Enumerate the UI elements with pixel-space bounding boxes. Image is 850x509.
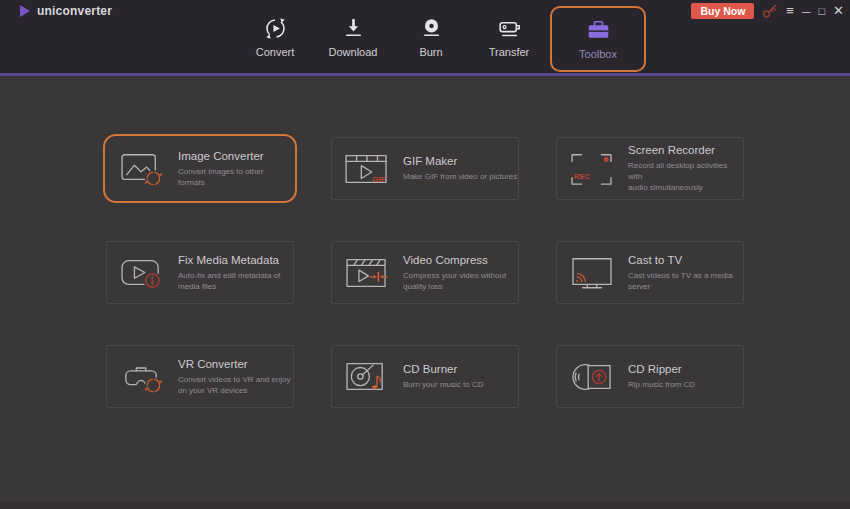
tool-card-title: CD Burner [403,363,483,375]
gif-label: GIF [372,174,386,183]
title-bar: uniconverter Convert Download [0,0,850,73]
tool-card-video-compress[interactable]: Video Compress Compress your video witho… [331,241,519,304]
tool-card-title: Video Compress [403,254,506,266]
tool-card-desc: Make GIF from video or pictures [403,172,517,183]
menu-icon[interactable]: ≡ [786,2,794,20]
logo-text: uniconverter [37,4,112,18]
tab-label: Burn [419,46,442,58]
burn-icon [419,16,444,41]
buy-now-button[interactable]: Buy Now [691,3,754,19]
tool-card-desc: Compress your video without quality loss [403,271,506,293]
tool-card-title: Image Converter [178,150,264,162]
tab-label: Toolbox [579,48,617,60]
accent-divider [0,73,850,76]
fix-metadata-icon [119,254,165,292]
tool-card-desc: Convert images to other formats [178,167,264,189]
minimize-icon[interactable]: ─ [802,3,811,21]
tool-card-desc: Cast videos to TV as a media server [628,271,732,293]
main-nav: Convert Download Burn [236,0,648,73]
tool-card-cast-to-tv[interactable]: Cast to TV Cast videos to TV as a media … [556,241,744,304]
maximize-icon[interactable]: □ [818,2,825,20]
tool-card-cd-ripper[interactable]: CD Ripper Rip music from CD [556,345,744,408]
tool-card-cd-burner[interactable]: CD Burner Burn your music to CD [331,345,519,408]
vr-converter-icon [119,358,165,396]
tool-card-desc: Rip music from CD [628,380,695,391]
tool-card-title: VR Converter [178,358,291,370]
video-compress-icon [344,254,390,292]
tool-card-desc: Auto-fix and edit metadata of media file… [178,271,280,293]
gif-maker-icon: GIF [344,150,390,188]
window-controls: Buy Now ≡ ─ □ ✕ [691,2,844,20]
tab-burn[interactable]: Burn [392,0,470,73]
screen-recorder-icon: REC [569,150,615,188]
tool-card-desc: Burn your music to CD [403,380,483,391]
register-key-icon[interactable] [762,4,778,19]
close-icon[interactable]: ✕ [833,2,844,20]
tool-card-gif-maker[interactable]: GIF GIF Maker Make GIF from video or pic… [331,137,519,200]
app-logo: uniconverter [20,4,112,18]
tab-download[interactable]: Download [314,0,392,73]
tab-label: Transfer [489,46,530,58]
logo-play-icon [20,5,30,17]
tool-card-title: Fix Media Metadata [178,254,280,266]
tool-card-title: GIF Maker [403,155,517,167]
bottom-strip [0,501,850,509]
download-icon [341,16,366,41]
toolbox-icon [586,18,611,43]
cd-ripper-icon [569,358,615,396]
tab-transfer[interactable]: Transfer [470,0,548,73]
tool-card-fix-media-metadata[interactable]: Fix Media Metadata Auto-fix and edit met… [106,241,294,304]
cd-burner-icon [344,358,390,396]
convert-icon [263,16,288,41]
tool-card-desc: Convert videos to VR and enjoy on your V… [178,375,291,397]
cast-to-tv-icon [569,254,615,292]
tool-card-vr-converter[interactable]: VR Converter Convert videos to VR and en… [106,345,294,408]
tab-label: Download [329,46,378,58]
rec-label: REC [574,172,591,181]
tool-card-image-converter[interactable]: Image Converter Convert images to other … [106,137,294,200]
tool-card-title: Screen Recorder [628,144,743,156]
tab-toolbox[interactable]: Toolbox [550,6,646,72]
tool-card-desc: Record all desktop activities with audio… [628,161,743,193]
transfer-icon [497,16,522,41]
tab-convert[interactable]: Convert [236,0,314,73]
tool-card-title: Cast to TV [628,254,732,266]
tool-card-screen-recorder[interactable]: REC Screen Recorder Record all desktop a… [556,137,744,200]
toolbox-grid: Image Converter Convert images to other … [106,137,744,408]
tab-label: Convert [256,46,295,58]
image-converter-icon [119,150,165,188]
tool-card-title: CD Ripper [628,363,695,375]
